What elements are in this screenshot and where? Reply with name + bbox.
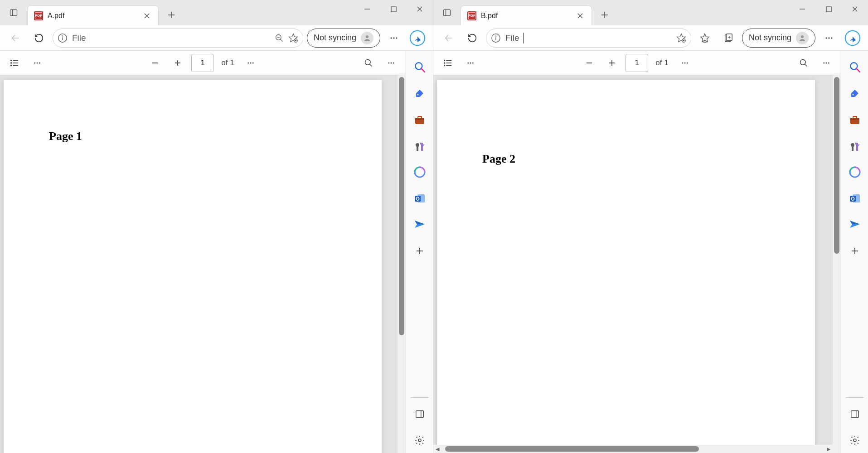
sidebar-add-button[interactable] <box>843 238 867 264</box>
favorites-button[interactable] <box>695 28 715 48</box>
sidebar-outlook-icon[interactable] <box>408 186 432 211</box>
sidebar-settings-button[interactable] <box>408 428 432 453</box>
svg-rect-58 <box>416 411 423 418</box>
sidebar-add-button[interactable] <box>408 238 432 264</box>
vertical-scrollbar-thumb[interactable] <box>399 77 404 335</box>
close-window-button[interactable] <box>842 0 868 18</box>
svg-point-45 <box>393 62 394 63</box>
more-menu-button[interactable] <box>819 28 839 48</box>
new-tab-button[interactable] <box>596 6 614 24</box>
svg-point-99 <box>472 62 474 63</box>
table-of-contents-button[interactable] <box>5 54 24 72</box>
sidebar-tools-icon[interactable] <box>843 107 867 132</box>
browser-tab[interactable]: PDF A.pdf <box>27 5 159 25</box>
refresh-button[interactable] <box>29 28 49 48</box>
favorite-icon[interactable] <box>288 33 298 43</box>
svg-point-97 <box>467 62 469 63</box>
profile-sync-button[interactable]: Not syncing <box>742 29 815 48</box>
close-tab-button[interactable] <box>575 11 585 21</box>
svg-point-39 <box>250 62 251 63</box>
bing-discover-button[interactable] <box>843 28 863 48</box>
pdf-toolbar-more-left[interactable] <box>461 54 480 72</box>
minimize-button[interactable] <box>789 0 815 18</box>
svg-point-30 <box>11 63 12 63</box>
pdf-canvas[interactable]: Page 1 <box>0 75 406 453</box>
site-info-icon[interactable] <box>491 33 501 43</box>
svg-point-24 <box>396 37 397 39</box>
zoom-out-button[interactable] <box>146 54 164 72</box>
scroll-left-arrow[interactable]: ◀ <box>433 445 441 453</box>
vertical-scrollbar[interactable] <box>833 75 841 453</box>
page-count-label: of 1 <box>653 58 671 67</box>
svg-point-38 <box>247 62 249 63</box>
sidebar-shopping-icon[interactable] <box>408 81 432 106</box>
sidebar-hide-button[interactable] <box>408 401 432 427</box>
find-button[interactable] <box>359 54 378 72</box>
favorite-icon[interactable] <box>676 33 686 43</box>
browser-tab[interactable]: PDF B.pdf <box>461 5 592 25</box>
close-window-button[interactable] <box>407 0 433 18</box>
table-of-contents-button[interactable] <box>439 54 457 72</box>
tab-actions-button[interactable] <box>0 8 27 17</box>
sidebar-hide-button[interactable] <box>843 401 867 427</box>
vertical-scrollbar[interactable] <box>398 75 406 453</box>
sidebar-search-icon[interactable] <box>408 54 432 80</box>
sidebar-office-icon[interactable] <box>843 159 867 185</box>
more-menu-button[interactable] <box>384 28 404 48</box>
sidebar-tools-icon[interactable] <box>408 107 432 132</box>
back-button[interactable] <box>439 28 459 48</box>
zoom-in-button[interactable] <box>169 54 187 72</box>
address-bar[interactable]: File <box>53 29 303 48</box>
collections-button[interactable] <box>718 28 738 48</box>
sidebar-send-icon[interactable] <box>408 212 432 237</box>
svg-point-89 <box>831 37 832 39</box>
horizontal-scrollbar-thumb[interactable] <box>445 446 699 452</box>
pdf-page-text: Page 2 <box>482 152 770 166</box>
edge-sidebar <box>406 51 433 453</box>
svg-line-42 <box>370 64 372 66</box>
navbar: File Not syncing <box>433 25 868 51</box>
site-info-icon[interactable] <box>58 33 68 43</box>
sidebar-shopping-icon[interactable] <box>843 81 867 106</box>
page-view-more-button[interactable] <box>242 54 260 72</box>
zoom-out-button[interactable] <box>580 54 598 72</box>
svg-point-110 <box>828 62 829 63</box>
new-tab-button[interactable] <box>162 6 180 24</box>
page-view-more-button[interactable] <box>676 54 694 72</box>
pdf-toolbar: of 1 <box>433 51 841 75</box>
close-tab-button[interactable] <box>142 11 152 21</box>
maximize-button[interactable] <box>815 0 842 18</box>
pdf-toolbar-more-right[interactable] <box>382 54 400 72</box>
tab-actions-button[interactable] <box>433 8 461 17</box>
zoom-in-button[interactable] <box>603 54 621 72</box>
sidebar-send-icon[interactable] <box>843 212 867 237</box>
pdf-toolbar-more-left[interactable] <box>28 54 46 72</box>
pdf-canvas[interactable]: Page 2 ◀ ▶ <box>433 75 841 453</box>
pdf-viewer: of 1 Page 2 ◀ <box>433 51 841 453</box>
scroll-right-arrow[interactable]: ▶ <box>824 445 833 453</box>
vertical-scrollbar-thumb[interactable] <box>834 77 839 254</box>
sidebar-games-icon[interactable] <box>843 133 867 159</box>
sidebar-settings-button[interactable] <box>843 428 867 453</box>
page-number-input[interactable] <box>191 54 214 72</box>
find-button[interactable] <box>795 54 813 72</box>
page-number-input[interactable] <box>626 54 648 72</box>
sidebar-office-icon[interactable] <box>408 159 432 185</box>
svg-rect-61 <box>444 10 451 15</box>
bing-discover-button[interactable] <box>407 28 427 48</box>
sidebar-outlook-icon[interactable] <box>843 186 867 211</box>
sidebar-games-icon[interactable] <box>408 133 432 159</box>
svg-point-41 <box>365 59 371 65</box>
zoom-icon[interactable] <box>275 34 284 43</box>
svg-point-95 <box>444 63 445 63</box>
refresh-button[interactable] <box>462 28 482 48</box>
profile-sync-button[interactable]: Not syncing <box>307 29 380 48</box>
pdf-toolbar-more-right[interactable] <box>817 54 835 72</box>
horizontal-scrollbar[interactable]: ◀ ▶ <box>433 445 833 453</box>
back-button[interactable] <box>5 28 25 48</box>
maximize-button[interactable] <box>380 0 407 18</box>
sidebar-search-icon[interactable] <box>843 54 867 80</box>
address-bar[interactable]: File <box>486 29 691 48</box>
minimize-button[interactable] <box>354 0 380 18</box>
svg-point-33 <box>37 62 38 63</box>
